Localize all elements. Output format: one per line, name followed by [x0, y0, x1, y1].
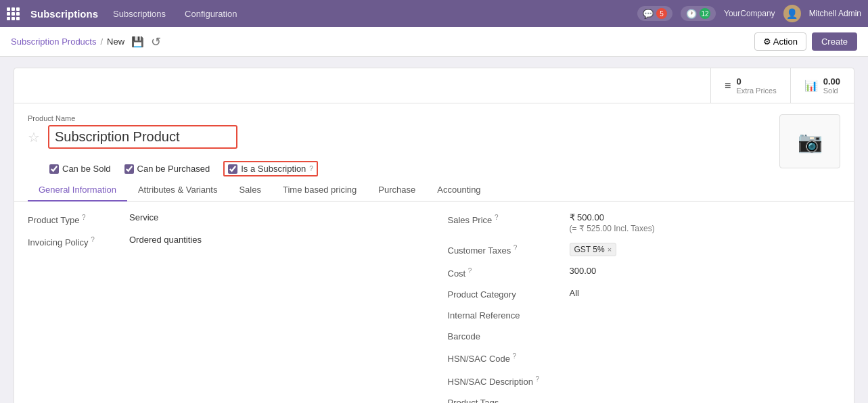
customer-taxes-label: Customer Taxes ? [448, 243, 570, 256]
product-image-placeholder[interactable]: 📷 [779, 114, 840, 168]
bar-chart-icon: 📊 [804, 79, 818, 92]
tabs: General Information Attributes & Variant… [14, 179, 854, 202]
clock-button[interactable]: 🕐 12 [681, 6, 716, 21]
remove-tax-icon[interactable]: × [608, 245, 612, 254]
checkboxes-row: Can be Sold Can be Purchased Is a Subscr… [49, 161, 779, 176]
sales-price-label: Sales Price ? [448, 212, 570, 225]
product-category-field: Product Category All [448, 288, 841, 300]
internal-reference-label: Internal Reference [448, 309, 570, 321]
gst-tax-badge[interactable]: GST 5% × [570, 243, 617, 256]
nav-configuration[interactable]: Configuration [181, 6, 241, 22]
create-button[interactable]: Create [812, 32, 857, 51]
messages-badge: 5 [656, 8, 667, 19]
product-type-field: Product Type ? Service [28, 212, 421, 225]
nav-subscriptions[interactable]: Subscriptions [109, 6, 170, 22]
camera-icon: 📷 [798, 130, 823, 153]
hsn-sac-code-field: HSN/SAC Code ? [448, 351, 841, 364]
clock-icon: 🕐 [686, 9, 697, 19]
product-header: Product Name ☆ Can be Sold Can be Purcha… [14, 103, 854, 179]
can-be-purchased-checkbox[interactable]: Can be Purchased [124, 164, 210, 174]
extra-prices-label: Extra Prices [736, 87, 776, 95]
breadcrumb-parent[interactable]: Subscription Products [11, 37, 96, 47]
tab-time-based-pricing[interactable]: Time based pricing [272, 179, 367, 202]
hsn-sac-code-label: HSN/SAC Code ? [448, 351, 570, 364]
favorite-star-icon[interactable]: ☆ [28, 129, 40, 145]
barcode-label: Barcode [448, 330, 570, 341]
tab-purchase[interactable]: Purchase [367, 179, 426, 202]
sold-value: 0.00 [823, 76, 840, 87]
customer-taxes-field: Customer Taxes ? GST 5% × [448, 243, 841, 256]
top-navigation: Subscriptions Subscriptions Configuratio… [0, 0, 868, 27]
product-name-input[interactable] [48, 125, 237, 149]
save-manually-icon[interactable]: 💾 [131, 36, 144, 48]
tab-attributes-variants[interactable]: Attributes & Variants [127, 179, 229, 202]
is-subscription-tooltip: ? [309, 165, 313, 172]
hsn-code-tooltip-icon[interactable]: ? [513, 352, 517, 360]
form-right: Sales Price ? ₹ 500.00 (= ₹ 525.00 Incl.… [448, 212, 841, 403]
list-icon: ≡ [725, 80, 731, 92]
cost-field: Cost ? 300.00 [448, 266, 841, 279]
breadcrumb-current: New [107, 37, 124, 47]
breadcrumb-separator: / [100, 37, 103, 47]
product-tags-field: Product Tags [448, 396, 841, 403]
product-type-tooltip-icon[interactable]: ? [82, 214, 86, 221]
hsn-sac-description-field: HSN/SAC Description ? [448, 374, 841, 387]
tab-accounting[interactable]: Accounting [426, 179, 491, 202]
breadcrumb-bar: Subscription Products / New 💾 ↺ ⚙ Action… [0, 27, 868, 57]
form-left: Product Type ? Service Invoicing Policy … [28, 212, 421, 403]
messages-button[interactable]: 💬 5 [637, 6, 672, 21]
sales-price-incl-taxes: (= ₹ 525.00 Incl. Taxes) [570, 224, 655, 233]
cost-label: Cost ? [448, 266, 570, 279]
can-be-purchased-label: Can be Purchased [137, 164, 210, 174]
product-type-value[interactable]: Service [129, 212, 158, 222]
sold-label: Sold [823, 87, 840, 95]
action-button[interactable]: ⚙ Action [754, 32, 806, 51]
discard-icon[interactable]: ↺ [151, 34, 161, 49]
hsn-desc-tooltip-icon[interactable]: ? [536, 375, 540, 383]
product-category-value[interactable]: All [570, 288, 579, 298]
can-be-sold-checkbox[interactable]: Can be Sold [49, 164, 111, 174]
invoicing-policy-value[interactable]: Ordered quantities [129, 235, 202, 245]
is-subscription-checkbox[interactable]: Is a Subscription ? [223, 161, 318, 176]
chat-icon: 💬 [643, 9, 654, 19]
sold-stat[interactable]: 📊 0.00 Sold [790, 68, 854, 103]
hsn-sac-description-label: HSN/SAC Description ? [448, 374, 570, 387]
extra-prices-stat[interactable]: ≡ 0 Extra Prices [710, 68, 790, 103]
sales-price-field: Sales Price ? ₹ 500.00 (= ₹ 525.00 Incl.… [448, 212, 841, 233]
stats-row: ≡ 0 Extra Prices 📊 0.00 Sold [14, 68, 854, 103]
tab-general-information[interactable]: General Information [28, 179, 127, 202]
invoicing-policy-label: Invoicing Policy ? [28, 235, 129, 247]
clock-badge: 12 [700, 8, 710, 19]
user-name: Mitchell Admin [809, 9, 861, 18]
extra-prices-value: 0 [736, 76, 776, 87]
app-grid-icon[interactable] [7, 7, 20, 20]
form-card: ≡ 0 Extra Prices 📊 0.00 Sold Product Nam… [14, 68, 854, 403]
internal-reference-field: Internal Reference [448, 309, 841, 321]
product-name-label: Product Name [28, 114, 766, 122]
cost-value[interactable]: 300.00 [570, 266, 597, 276]
barcode-field: Barcode [448, 330, 841, 341]
product-tags-label: Product Tags [448, 396, 570, 403]
invoicing-policy-field: Invoicing Policy ? Ordered quantities [28, 235, 421, 247]
main-content: ≡ 0 Extra Prices 📊 0.00 Sold Product Nam… [0, 57, 868, 403]
form-body: Product Type ? Service Invoicing Policy … [14, 202, 854, 403]
product-type-label: Product Type ? [28, 212, 129, 225]
company-name: YourCompany [724, 9, 775, 18]
user-avatar[interactable]: 👤 [783, 5, 801, 22]
breadcrumb: Subscription Products / New [11, 37, 124, 47]
gst-tax-value: GST 5% [574, 245, 605, 254]
invoicing-policy-tooltip-icon[interactable]: ? [91, 236, 95, 243]
sales-price-tooltip-icon[interactable]: ? [495, 214, 499, 221]
is-subscription-label: Is a Subscription [241, 164, 306, 174]
tab-sales[interactable]: Sales [228, 179, 272, 202]
customer-taxes-tooltip-icon[interactable]: ? [513, 244, 518, 252]
cost-tooltip-icon[interactable]: ? [468, 267, 472, 275]
app-name: Subscriptions [30, 8, 98, 20]
can-be-sold-label: Can be Sold [62, 164, 111, 174]
product-category-label: Product Category [448, 288, 570, 300]
sales-price-value[interactable]: ₹ 500.00 [570, 212, 655, 222]
